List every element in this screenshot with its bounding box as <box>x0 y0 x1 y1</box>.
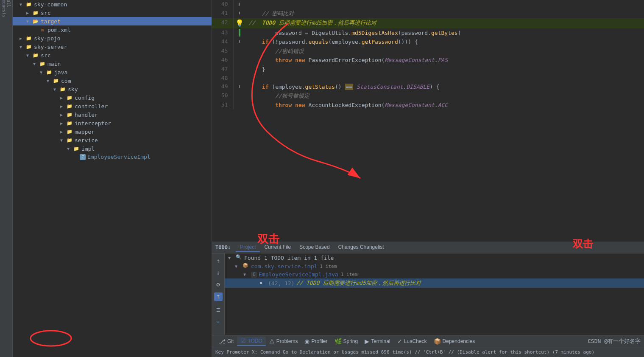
expand-btn[interactable]: ☰ <box>213 304 224 315</box>
status-right-text: CSDN @有一个好名字 <box>588 337 641 345</box>
scroll-down-btn[interactable]: ↓ <box>213 267 224 278</box>
todo-button[interactable]: ☑ TODO <box>237 337 265 346</box>
problems-button[interactable]: ⚠ Problems <box>266 337 301 346</box>
sidebar-item-src2[interactable]: 📁 src <box>13 51 212 59</box>
gutter-icon3: ⬇ <box>238 84 241 90</box>
line-content: } <box>245 65 644 74</box>
kw-new: new <box>295 57 305 63</box>
tab-scope-based[interactable]: Scope Based <box>295 243 334 252</box>
line-number: 44 <box>212 37 233 47</box>
line-content: //密码错误 <box>245 47 644 56</box>
spring-button[interactable]: 🌿 Spring <box>331 337 362 346</box>
profiler-button[interactable]: ◉ Profiler <box>301 337 331 346</box>
terminal-icon: ▶ <box>365 338 369 345</box>
sidebar-item-mapper[interactable]: 📁 mapper <box>13 127 212 136</box>
todo-file-row[interactable]: C EmployeeServiceImpl.java 1 item <box>225 270 644 278</box>
arrow-icon <box>20 36 25 41</box>
sidebar-item-main[interactable]: 📁 main <box>13 59 212 68</box>
left-strip: Pull Requests <box>0 0 13 357</box>
problems-icon: ⚠ <box>269 338 275 345</box>
todo-content-tree: 🔍 Found 1 TODO item in 1 file 📦 com.sky.… <box>225 253 644 335</box>
line-content: // TODO 后期需要进行md5加密，然后再进行比对 <box>245 18 644 28</box>
line-number: 47 <box>212 65 233 74</box>
todo-filter-active[interactable]: T <box>214 292 223 301</box>
sidebar-item-label: src <box>41 52 50 59</box>
todo-file-badge: 1 item <box>341 272 358 277</box>
line-gutter: ⬇ <box>233 82 245 92</box>
luacheck-icon: ✓ <box>397 338 402 345</box>
todo-package-name: com.sky.service.impl <box>251 263 318 270</box>
line-content: throw new AccountLockedException(Message… <box>245 101 644 110</box>
collapse-btn[interactable]: ≡ <box>213 316 224 327</box>
sidebar-item-service[interactable]: 📁 service <box>13 136 212 144</box>
sidebar-item-sky-common[interactable]: 📁 sky-common <box>13 0 212 8</box>
sidebar-item-interceptor[interactable]: 📁 interceptor <box>13 119 212 127</box>
luacheck-button[interactable]: ✓ LuaCheck <box>394 337 430 346</box>
terminal-button[interactable]: ▶ Terminal <box>361 337 393 346</box>
pull-requests-btn[interactable]: Pull Requests <box>1 2 12 13</box>
sidebar-item-sky-server[interactable]: 📁 sky-server <box>13 42 212 51</box>
sidebar-item-impl[interactable]: 📁 impl <box>13 144 212 153</box>
folder-icon: 📁 <box>25 35 32 42</box>
dependencies-label: Dependencies <box>443 338 475 344</box>
sidebar-item-label: java <box>54 69 67 76</box>
code-line-41: 41 ⬇ // 密码比对 <box>212 9 644 18</box>
todo-found-row[interactable]: 🔍 Found 1 TODO item in 1 file <box>225 253 644 262</box>
dependencies-icon: 📦 <box>434 338 441 345</box>
sidebar-item-label: sky-common <box>34 1 67 8</box>
todo-package-row[interactable]: 📦 com.sky.service.impl 1 item <box>225 262 644 270</box>
sidebar-item-label: sky <box>68 86 78 93</box>
profiler-label: Profiler <box>311 338 327 344</box>
arrow-icon <box>60 96 66 100</box>
sidebar-item-label: com <box>61 78 71 84</box>
spring-label: Spring <box>343 338 358 344</box>
search-icon: 🔍 <box>236 254 243 261</box>
line-number: 51 <box>212 101 233 110</box>
tab-changes-changelist[interactable]: Changes Changelist <box>334 243 388 252</box>
sidebar-item-target[interactable]: 📂 target <box>13 17 212 25</box>
document-icon: ▪ <box>259 280 266 287</box>
filter-btn[interactable]: ⚙ <box>213 279 224 290</box>
dependencies-button[interactable]: 📦 Dependencies <box>430 337 479 346</box>
line-gutter <box>233 47 245 56</box>
scroll-up-btn[interactable]: ↑ <box>213 255 224 266</box>
sidebar-item-label: interceptor <box>75 120 111 126</box>
sidebar-item-label: pom.xml <box>47 27 71 33</box>
sidebar-item-controller[interactable]: 📁 controller <box>13 102 212 110</box>
sidebar-item-java[interactable]: 📁 java <box>13 68 212 76</box>
folder-icon: 📁 <box>66 103 73 110</box>
arrow-icon <box>60 104 66 109</box>
sidebar-item-src[interactable]: 📁 src <box>13 8 212 17</box>
code-method2: getBytes <box>431 30 458 36</box>
code-eq: == <box>345 84 354 90</box>
line-content: password = DigestUtils.md5DigestAsHex(pa… <box>245 28 644 38</box>
arrow-icon <box>40 70 46 75</box>
todo-item-row[interactable]: ▪ (42, 12) // TODO 后期需要进行md5加密，然后再进行比对 <box>225 278 644 288</box>
comment-account-locked: //账号被锁定 <box>249 93 309 99</box>
bulb-icon: 💡 <box>235 19 244 27</box>
todo-file-name: EmployeeServiceImpl.java <box>259 271 338 278</box>
comment-password-error: //密码错误 <box>249 48 304 54</box>
tab-current-file[interactable]: Current File <box>260 243 295 252</box>
problems-label: Problems <box>276 338 298 344</box>
todo-keyword: TODO <box>262 20 275 26</box>
kw-if2: if <box>262 84 269 90</box>
sidebar-item-handler[interactable]: 📁 handler <box>13 110 212 119</box>
todo-icon: ☑ <box>240 337 246 344</box>
code-line-44: 44 ⬇ if (!password.equals(employee.getPa… <box>212 37 644 47</box>
folder-icon: 📁 <box>39 60 46 67</box>
git-button[interactable]: ⎇ Git <box>215 337 237 346</box>
arrow-icon <box>26 11 32 15</box>
sidebar-item-pom-xml[interactable]: m pom.xml <box>13 25 212 34</box>
sidebar-item-com[interactable]: 📁 com <box>13 76 212 85</box>
sidebar-item-config[interactable]: 📁 config <box>13 93 212 102</box>
comment-text: // 密码比对 <box>249 10 294 17</box>
sidebar-item-sky[interactable]: 📁 sky <box>13 85 212 93</box>
sidebar-item-employeeserviceimpl[interactable]: C EmployeeServiceImpl <box>13 153 212 161</box>
spring-icon: 🌿 <box>335 338 342 345</box>
folder-icon: 📁 <box>66 111 73 118</box>
sidebar-item-sky-pojo[interactable]: 📁 sky-pojo <box>13 34 212 42</box>
tab-project[interactable]: Project <box>236 243 260 252</box>
kw-throw: throw <box>275 57 292 63</box>
const-status: StatusConstant <box>357 84 403 90</box>
